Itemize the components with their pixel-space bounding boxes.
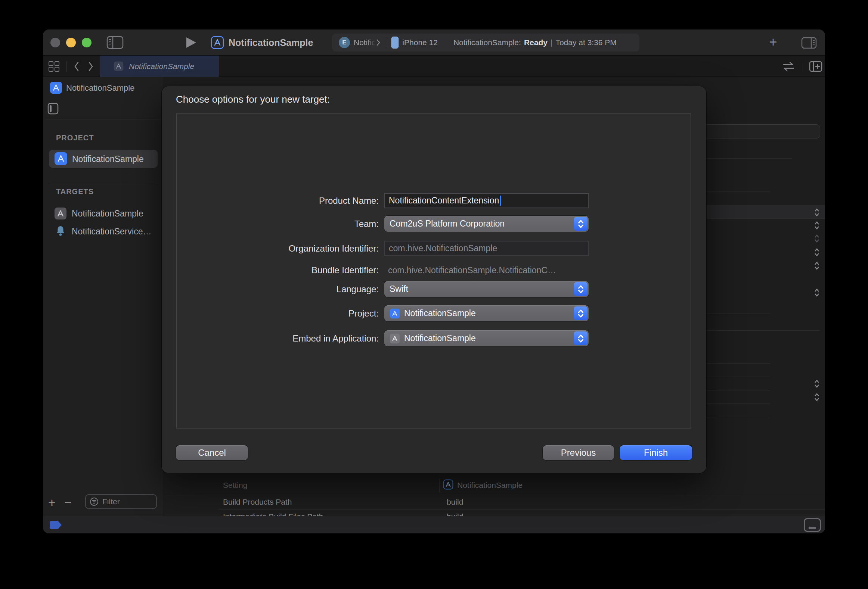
organization-identifier-input: com.hive.NotificationSample bbox=[384, 241, 589, 256]
toggle-inspector-icon[interactable] bbox=[801, 37, 817, 49]
sidebar-item-target-notificationservice[interactable]: NotificationService… bbox=[43, 224, 164, 240]
product-name-row: Product Name: NotificationContentExtensi… bbox=[177, 193, 692, 208]
team-popup[interactable]: Com2uS Platform Corporation bbox=[384, 216, 589, 232]
table-header-setting: Setting bbox=[223, 481, 247, 490]
device-selector[interactable]: iPhone 12 bbox=[402, 38, 438, 47]
organization-identifier-label: Organization Identifier: bbox=[177, 241, 379, 256]
filter-field[interactable] bbox=[85, 494, 157, 509]
product-name-value: NotificationContentExtension bbox=[389, 196, 499, 206]
sidebar-item-label: NotificationSample bbox=[72, 209, 143, 219]
column-divider bbox=[439, 479, 440, 492]
tab-bar: NotificationSample bbox=[43, 56, 825, 77]
app-store-icon bbox=[54, 207, 67, 220]
close-traffic-light[interactable] bbox=[50, 38, 60, 47]
chevron-right-icon bbox=[376, 39, 381, 46]
popup-stepper-icon[interactable] bbox=[813, 208, 820, 217]
add-tab-button[interactable]: + bbox=[766, 36, 781, 49]
product-name-label: Product Name: bbox=[177, 193, 379, 208]
language-value: Swift bbox=[390, 284, 408, 294]
tab-notificationsample[interactable]: NotificationSample bbox=[100, 56, 219, 77]
popup-stepper-icon[interactable] bbox=[813, 379, 820, 389]
toolbar-center-pill: E Notific iPhone 12 NotificationSample: … bbox=[332, 34, 639, 52]
run-button[interactable] bbox=[186, 37, 196, 48]
table-row-setting: Intermediate Build Files Path bbox=[223, 512, 323, 516]
add-target-button[interactable]: + bbox=[48, 496, 56, 509]
popup-stepper-icon[interactable] bbox=[813, 288, 820, 297]
scheme-extension-icon[interactable]: E bbox=[339, 37, 350, 48]
status-time: Today at 3:36 PM bbox=[555, 38, 616, 47]
team-row: Team: Com2uS Platform Corporation bbox=[177, 216, 692, 232]
product-name-input[interactable]: NotificationContentExtension bbox=[384, 193, 589, 208]
text-cursor bbox=[500, 196, 501, 206]
bottom-bar bbox=[43, 516, 825, 533]
project-value: NotificationSample bbox=[404, 308, 476, 318]
popup-stepper-icon[interactable] bbox=[813, 392, 820, 402]
divider bbox=[386, 38, 386, 47]
bundle-identifier-label: Bundle Identifier: bbox=[177, 264, 379, 276]
popup-arrows-icon bbox=[574, 217, 588, 231]
sidebar-item-label: NotificationService… bbox=[72, 227, 151, 237]
project-editor-sidebar: NotificationSample PROJECT NotificationS… bbox=[43, 77, 164, 516]
project-popup[interactable]: NotificationSample bbox=[384, 305, 589, 321]
popup-arrows-icon bbox=[574, 331, 588, 345]
embed-in-application-row: Embed in Application: NotificationSample bbox=[177, 330, 692, 346]
embed-in-application-label: Embed in Application: bbox=[177, 330, 379, 346]
popup-stepper-icon[interactable] bbox=[813, 261, 820, 271]
divider bbox=[66, 61, 67, 72]
popup-stepper-icon[interactable] bbox=[813, 247, 820, 257]
app-store-icon bbox=[211, 36, 224, 49]
jumpbar-project[interactable]: NotificationSample bbox=[66, 81, 134, 95]
zoom-traffic-light[interactable] bbox=[82, 38, 92, 47]
filter-icon bbox=[90, 497, 99, 506]
language-popup[interactable]: Swift bbox=[384, 281, 589, 297]
embed-in-application-popup[interactable]: NotificationSample bbox=[384, 330, 589, 346]
dialog-title: Choose options for your new target: bbox=[176, 94, 330, 105]
team-value: Com2uS Platform Corporation bbox=[390, 219, 505, 229]
table-row-value: build bbox=[447, 512, 463, 516]
bell-icon bbox=[55, 225, 66, 237]
sidebar-item-target-notificationsample[interactable]: NotificationSample bbox=[43, 206, 164, 223]
new-target-options-dialog: Choose options for your new target: Prod… bbox=[162, 86, 706, 473]
remove-target-button[interactable]: − bbox=[64, 496, 72, 509]
organization-identifier-row: Organization Identifier: com.hive.Notifi… bbox=[177, 241, 692, 256]
window-title: NotificationSample bbox=[229, 29, 313, 56]
toggle-sidebar-icon[interactable] bbox=[47, 103, 59, 115]
sidebar-item-project-notificationsample[interactable]: NotificationSample bbox=[49, 150, 158, 168]
status-divider: | bbox=[551, 38, 552, 47]
scheme-selector[interactable]: Notific bbox=[354, 38, 375, 47]
toggle-navigator-icon[interactable] bbox=[106, 36, 124, 49]
language-row: Language: Swift bbox=[177, 281, 692, 297]
swap-editor-icon[interactable] bbox=[781, 61, 796, 72]
section-targets: TARGETS bbox=[56, 187, 94, 196]
previous-button[interactable]: Previous bbox=[543, 445, 614, 460]
forward-icon[interactable] bbox=[87, 61, 94, 72]
app-store-icon bbox=[390, 308, 400, 319]
back-icon[interactable] bbox=[73, 61, 80, 72]
project-row: Project: NotificationSample bbox=[177, 305, 692, 321]
tab-label: NotificationSample bbox=[129, 62, 194, 71]
bundle-identifier-row: Bundle Identifier: com.hive.Notification… bbox=[177, 264, 692, 276]
xcode-window: NotificationSample E Notific iPhone 12 N… bbox=[43, 29, 825, 533]
status-project: NotificationSample: bbox=[453, 38, 521, 47]
finish-button[interactable]: Finish bbox=[620, 445, 692, 460]
add-editor-icon[interactable] bbox=[809, 61, 822, 72]
minimize-traffic-light[interactable] bbox=[66, 38, 76, 47]
language-label: Language: bbox=[177, 281, 379, 297]
iphone-device-icon bbox=[391, 37, 399, 49]
toggle-debug-area-icon[interactable] bbox=[804, 518, 821, 532]
app-store-icon bbox=[50, 81, 62, 94]
sidebar-item-label: NotificationSample bbox=[72, 154, 144, 164]
table-header-target: NotificationSample bbox=[457, 481, 523, 490]
table-row-value: build bbox=[447, 498, 463, 507]
activity-status: NotificationSample: Ready | Today at 3:3… bbox=[453, 38, 617, 47]
cancel-button[interactable]: Cancel bbox=[176, 445, 248, 460]
popup-arrows-icon bbox=[574, 306, 588, 320]
filter-input[interactable] bbox=[102, 497, 146, 507]
popup-stepper-icon[interactable] bbox=[813, 221, 820, 230]
breakpoint-toggle-icon[interactable] bbox=[50, 521, 62, 529]
app-store-icon bbox=[54, 152, 68, 165]
popup-stepper-icon[interactable] bbox=[813, 234, 820, 243]
section-project: PROJECT bbox=[56, 134, 94, 142]
related-items-icon[interactable] bbox=[48, 61, 60, 72]
titlebar: NotificationSample E Notific iPhone 12 N… bbox=[43, 29, 825, 56]
